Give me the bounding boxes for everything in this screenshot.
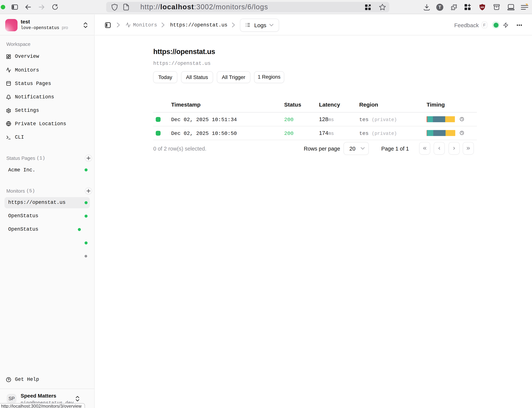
svg-text:uo: uo	[481, 5, 484, 8]
svg-text:T: T	[439, 5, 441, 9]
